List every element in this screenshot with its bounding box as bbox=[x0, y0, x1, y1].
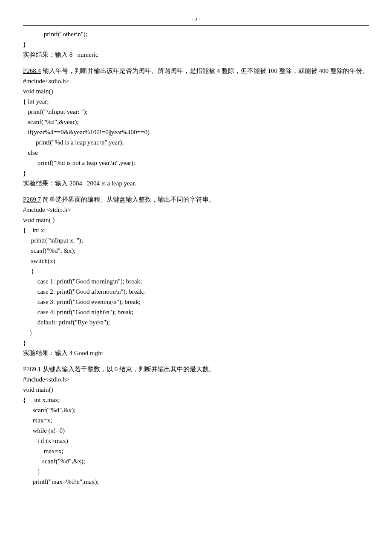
code-line: { int x,max; bbox=[23, 395, 369, 405]
code-line: case 3: printf("Good evening\n"); break; bbox=[23, 297, 369, 307]
code-line: scanf("%d", &x); bbox=[23, 246, 369, 256]
code-line: printf("%d is not a leap year.\n",year); bbox=[23, 158, 369, 168]
code-line: printf("other\n"); bbox=[23, 29, 369, 39]
code-line: max=x; bbox=[23, 446, 369, 456]
code-line: #include<stdio.h> bbox=[23, 374, 369, 384]
code-line: switch(x) bbox=[23, 256, 369, 266]
code-line: case 1: printf("Good morning\n"); break; bbox=[23, 276, 369, 286]
code-line: { int year; bbox=[23, 96, 369, 107]
code-line: default: printf("Bye bye\n"); bbox=[23, 317, 369, 327]
code-line: { bbox=[23, 266, 369, 276]
section-title: 简单选择界面的编程。从键盘输入整数，输出不同的字符串。 bbox=[41, 196, 215, 203]
code-line: else bbox=[23, 147, 369, 158]
section-label: P269.7 bbox=[23, 196, 41, 203]
result-text: 实验结果：输入 4 Good night bbox=[23, 348, 369, 358]
code-line: void main( ) bbox=[23, 215, 369, 225]
header-rule bbox=[23, 25, 369, 26]
code-line: void main() bbox=[23, 86, 369, 96]
code-line: } bbox=[23, 39, 369, 49]
code-line: printf("\nInput x: "); bbox=[23, 235, 369, 246]
code-line: void main() bbox=[23, 384, 369, 395]
code-line: scanf("%d",&x); bbox=[23, 456, 369, 466]
code-line: case 4: printf("Good night\n"); break; bbox=[23, 307, 369, 317]
section-label: P268.4 bbox=[23, 67, 41, 74]
document-page: - 2 - printf("other\n"); } 实验结果：输入 8 num… bbox=[0, 0, 392, 555]
code-line: #include<stdio.h> bbox=[23, 76, 369, 86]
code-line: } bbox=[23, 466, 369, 477]
code-line: printf("max=%d\n",max); bbox=[23, 477, 369, 487]
code-line: max=x; bbox=[23, 415, 369, 425]
code-line: #include <stdio.h> bbox=[23, 205, 369, 215]
code-line: while (x!=0) bbox=[23, 425, 369, 436]
code-line: } bbox=[23, 168, 369, 178]
section-label: P269.1 bbox=[23, 366, 41, 373]
code-line: {if (x>max) bbox=[23, 436, 369, 446]
code-line: { int x; bbox=[23, 225, 369, 235]
section-heading: P269.1 从键盘输入若干整数，以 0 结束，判断并输出其中的最大数。 bbox=[23, 364, 369, 374]
result-text: 实验结果：输入 2004 2004 is a leap year. bbox=[23, 178, 369, 188]
page-number: - 2 - bbox=[23, 15, 369, 24]
section-title: 输入年号，判断并输出该年是否为闰年。所谓闰年，是指能被 4 整除，但不能被 10… bbox=[41, 67, 369, 74]
result-text: 实验结果：输入 8 numeric bbox=[23, 49, 369, 60]
code-line: } bbox=[23, 338, 369, 348]
section-title: 从键盘输入若干整数，以 0 结束，判断并输出其中的最大数。 bbox=[41, 366, 215, 373]
section-heading: P268.4 输入年号，判断并输出该年是否为闰年。所谓闰年，是指能被 4 整除，… bbox=[23, 66, 369, 76]
code-line: printf("%d is a leap year.\n",year); bbox=[23, 137, 369, 147]
code-line: scanf("%d",&x); bbox=[23, 405, 369, 415]
section-heading: P269.7 简单选择界面的编程。从键盘输入整数，输出不同的字符串。 bbox=[23, 194, 369, 205]
code-line: case 2: printf("Good afternoon\n"); brea… bbox=[23, 286, 369, 297]
code-line: if(year%4==0&&year%100!=0||year%400==0) bbox=[23, 127, 369, 137]
code-line: scanf("%d",&year); bbox=[23, 117, 369, 127]
code-line: printf("\nInput year: "); bbox=[23, 107, 369, 117]
code-line: } bbox=[23, 327, 369, 338]
